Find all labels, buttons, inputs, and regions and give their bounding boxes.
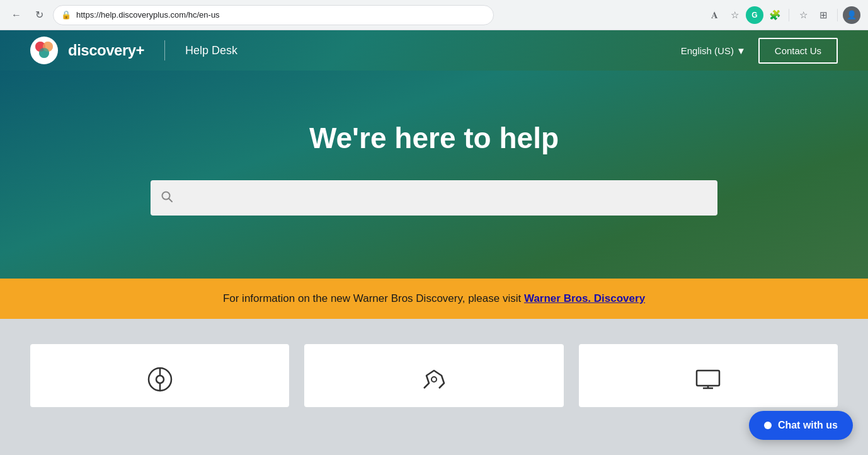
logo-icon: [30, 37, 58, 64]
url-text: https://help.discoveryplus.com/hc/en-us: [76, 10, 220, 20]
search-container[interactable]: [151, 180, 717, 216]
page: discovery+ Help Desk English (US) ▼ Cont…: [0, 30, 868, 407]
header-right: English (US) ▼ Contact Us: [681, 38, 838, 64]
sidebar-button[interactable]: ⊞: [814, 6, 832, 24]
chevron-down-icon: ▼: [736, 45, 746, 56]
card-1[interactable]: [30, 344, 289, 407]
banner-text: For information on the new Warner Bros D…: [223, 292, 524, 304]
profile-button[interactable]: 👤: [843, 6, 860, 24]
back-button[interactable]: ←: [8, 6, 25, 24]
address-bar[interactable]: 🔒 https://help.discoveryplus.com/hc/en-u…: [53, 5, 494, 25]
svg-line-8: [169, 199, 172, 202]
font-size-button[interactable]: 𝐀: [705, 6, 723, 24]
svg-rect-14: [697, 371, 719, 386]
gray-section: [0, 319, 868, 407]
svg-point-6: [39, 48, 49, 58]
lock-icon: 🔒: [61, 10, 71, 20]
toolbar-divider-2: [837, 9, 838, 21]
warner-bros-link[interactable]: Warner Bros. Discovery: [524, 292, 645, 304]
info-banner: For information on the new Warner Bros D…: [0, 279, 868, 319]
site-header: discovery+ Help Desk English (US) ▼ Cont…: [0, 30, 868, 71]
hero-section: We're here to help: [0, 71, 868, 279]
browser-actions: 𝐀 ☆ G 🧩 ☆ ⊞ 👤: [705, 6, 860, 24]
search-icon: [161, 190, 173, 206]
card-1-icon: [145, 364, 175, 397]
help-desk-label: Help Desk: [185, 44, 237, 57]
svg-point-13: [431, 377, 437, 382]
hero-title: We're here to help: [309, 121, 559, 155]
contact-us-button[interactable]: Contact Us: [758, 38, 838, 64]
toolbar-divider: [789, 9, 789, 21]
card-3-icon: [693, 364, 723, 397]
language-label: English (US): [681, 45, 734, 56]
card-2-icon: [419, 364, 449, 397]
cards-row: [30, 344, 838, 407]
browser-chrome: ← ↻ 🔒 https://help.discoveryplus.com/hc/…: [0, 0, 868, 30]
logo-text: discovery+: [68, 42, 144, 59]
language-selector[interactable]: English (US) ▼: [681, 45, 746, 56]
grammarly-button[interactable]: G: [746, 6, 763, 24]
extensions-button[interactable]: 🧩: [766, 6, 784, 24]
collections-button[interactable]: ☆: [794, 6, 812, 24]
logo-area: discovery+ Help Desk: [30, 37, 237, 64]
logo-divider: [164, 40, 165, 60]
card-2[interactable]: [304, 344, 563, 407]
refresh-button[interactable]: ↻: [30, 6, 48, 24]
search-input[interactable]: [181, 192, 707, 204]
card-3[interactable]: [579, 344, 838, 407]
favorites-button[interactable]: ☆: [726, 6, 743, 24]
svg-point-10: [156, 376, 164, 383]
